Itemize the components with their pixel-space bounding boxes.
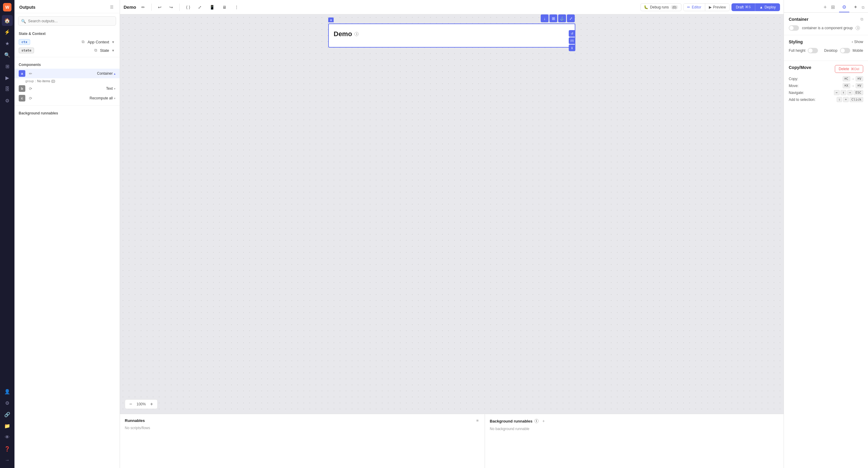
outputs-collapse-button[interactable]: ☰ bbox=[109, 4, 115, 10]
editor-icon: ✏ bbox=[687, 5, 690, 9]
component-a-edit-icon[interactable]: ✏ bbox=[28, 71, 33, 76]
frame-ctrl-info[interactable]: ℹ bbox=[569, 44, 575, 51]
main-area: Demo ✏ ↩ ↪ ⟨ ⟩ ⤢ 📱 🖥 ⋮ 🐛 Debug runs (0) … bbox=[120, 0, 784, 468]
component-c-letter: c bbox=[19, 95, 25, 101]
component-group-toggle[interactable] bbox=[789, 25, 799, 31]
preview-mode-button[interactable]: ▶ Preview bbox=[705, 4, 730, 11]
deploy-button[interactable]: ▲ Deploy bbox=[755, 3, 780, 11]
editor-mode-button[interactable]: ✏ Editor bbox=[684, 4, 705, 11]
ctx-tag: ctx bbox=[19, 39, 30, 45]
mode-group: ✏ Editor ▶ Preview bbox=[683, 3, 730, 11]
sidebar-item-grid[interactable]: ⊞ bbox=[2, 61, 13, 72]
toolbar-sep-1 bbox=[151, 4, 152, 11]
move-arrow: → bbox=[851, 84, 855, 88]
sidebar-item-flow[interactable]: ▶ bbox=[2, 72, 13, 83]
state-tag: state bbox=[19, 47, 34, 53]
sidebar-item-arrow[interactable]: → bbox=[2, 455, 13, 466]
mobile-label: Mobile bbox=[852, 48, 863, 53]
frame-ctrl-anchor[interactable]: ⚓ bbox=[558, 14, 566, 22]
props-tab-style[interactable]: ✦ bbox=[850, 2, 861, 12]
fullscreen-button[interactable]: ⤢ bbox=[195, 3, 204, 11]
sidebar-item-help[interactable]: ❓ bbox=[2, 443, 13, 454]
ctx-copy-icon[interactable]: ⧉ bbox=[81, 39, 86, 45]
chevron-left-icon: ‹ bbox=[852, 40, 853, 44]
zoom-out-button[interactable]: − bbox=[127, 401, 134, 407]
props-tab-config[interactable]: ⚙ bbox=[839, 2, 849, 12]
sidebar-item-apps[interactable]: ⚡ bbox=[2, 27, 13, 37]
app-frame[interactable]: a ↓ ⊞ ⚓ ⤢ ↺ (0) ℹ Demo ℹ bbox=[328, 24, 575, 47]
component-b-row[interactable]: b ⟳ Text ▾ bbox=[14, 84, 120, 93]
edit-name-button[interactable]: ✏ bbox=[138, 3, 148, 11]
undo-button[interactable]: ↩ bbox=[155, 3, 164, 11]
component-c-action-icon[interactable]: ⟳ bbox=[28, 96, 33, 101]
mobile-view-button[interactable]: 📱 bbox=[207, 3, 217, 11]
nav-right-key: → bbox=[847, 90, 853, 95]
ctx-chevron-button[interactable]: ▾ bbox=[111, 39, 116, 45]
runnables-icon-button[interactable]: ≡ bbox=[475, 418, 480, 424]
frame-ctrl-refresh[interactable]: ↺ bbox=[569, 30, 575, 37]
add-shift-key: ⇧ bbox=[837, 97, 842, 102]
sidebar-item-folder[interactable]: 📁 bbox=[2, 421, 13, 431]
sidebar-item-integration[interactable]: 🔗 bbox=[2, 409, 13, 420]
state-chevron-button[interactable]: ▾ bbox=[111, 47, 116, 53]
sidebar-item-database[interactable]: 🗄 bbox=[2, 84, 13, 95]
move-label: Move: bbox=[789, 84, 799, 88]
desktop-toggle[interactable] bbox=[840, 48, 850, 53]
full-height-toggle[interactable] bbox=[808, 48, 818, 53]
frame-ctrl-expand[interactable]: ⤢ bbox=[567, 14, 575, 22]
frame-ctrl-down[interactable]: ↓ bbox=[541, 14, 549, 22]
sidebar-item-search[interactable]: 🔍 bbox=[2, 49, 13, 60]
container-copy-button[interactable]: ⧉ bbox=[861, 17, 863, 22]
styling-label: Styling bbox=[789, 39, 803, 44]
state-type-label: State bbox=[100, 48, 109, 53]
nav-up-key: ↑ bbox=[841, 90, 846, 95]
state-copy-icon[interactable]: ⧉ bbox=[93, 47, 98, 53]
view-code-button[interactable]: ⟨ ⟩ bbox=[183, 3, 193, 11]
zoom-in-button[interactable]: + bbox=[148, 401, 155, 407]
toolbar-sep-2 bbox=[179, 4, 180, 11]
bg-runnables-add-button[interactable]: ＋ bbox=[540, 418, 547, 424]
props-add-button[interactable]: + bbox=[824, 4, 827, 10]
redo-button[interactable]: ↪ bbox=[167, 3, 176, 11]
bg-runnables-label: Background runnables bbox=[14, 108, 120, 117]
container-section: Container ⧉ container is a component gro… bbox=[784, 13, 868, 35]
toolbar: Demo ✏ ↩ ↪ ⟨ ⟩ ⤢ 📱 🖥 ⋮ 🐛 Debug runs (0) … bbox=[120, 0, 784, 14]
draft-button[interactable]: Draft ⌘S bbox=[732, 3, 755, 11]
sidebar-item-user[interactable]: 👤 bbox=[2, 386, 13, 397]
add-selection-keys: ⇧ + Click bbox=[837, 97, 863, 102]
component-a-chevron-icon: ▴ bbox=[114, 72, 116, 75]
sidebar-item-home[interactable]: 🏠 bbox=[2, 15, 13, 26]
props-tab-components[interactable]: ⊞ bbox=[828, 2, 838, 12]
app-frame-inner: Demo ℹ bbox=[329, 24, 575, 44]
copy-move-section: Copy/Move Delete ⌘Del Copy: ⌘C → ⌘V Move… bbox=[784, 61, 868, 107]
frame-ctrl-count[interactable]: (0) bbox=[569, 37, 575, 44]
component-c-row[interactable]: c ⟳ Recompute all ▾ bbox=[14, 93, 120, 103]
component-a-row[interactable]: a ✏ Container ▴ bbox=[14, 69, 120, 78]
more-options-button[interactable]: ⋮ bbox=[232, 3, 241, 11]
delete-button[interactable]: Delete ⌘Del bbox=[835, 65, 863, 73]
props-copy-button[interactable]: ⧉ bbox=[862, 5, 864, 10]
copy-shortcut-row: Copy: ⌘C → ⌘V bbox=[789, 75, 863, 82]
sidebar-item-settings[interactable]: ⚙ bbox=[2, 398, 13, 408]
desktop-view-button[interactable]: 🖥 bbox=[220, 3, 229, 11]
component-group-toggle-row: container is a component group ℹ bbox=[789, 25, 863, 31]
component-group-label: container is a component group bbox=[802, 26, 852, 30]
publish-group: Draft ⌘S ▲ Deploy bbox=[732, 3, 780, 11]
sidebar-item-settings2[interactable]: ⚙ bbox=[2, 95, 13, 106]
add-click-key: Click bbox=[849, 97, 863, 102]
nav-esc-key: ESC bbox=[854, 90, 863, 95]
component-b-action-icon[interactable]: ⟳ bbox=[28, 86, 33, 92]
deploy-icon: ▲ bbox=[760, 5, 763, 9]
sidebar-item-star[interactable]: ★ bbox=[2, 38, 13, 49]
sidebar-item-eye[interactable]: 👁 bbox=[2, 432, 13, 443]
props-tabs: + ⊞ ⚙ ✦ ⧉ bbox=[784, 0, 868, 13]
toolbar-right: 🐛 Debug runs (0) ✏ Editor ▶ Preview Draf… bbox=[641, 3, 780, 11]
runnables-title-label: Runnables bbox=[125, 418, 145, 423]
show-button[interactable]: ‹ Show bbox=[852, 40, 863, 44]
frame-ctrl-center[interactable]: ⊞ bbox=[550, 14, 557, 22]
group-key-label: group bbox=[25, 79, 34, 83]
debug-button[interactable]: 🐛 Debug runs (0) bbox=[641, 3, 682, 11]
component-b-type: Text ▾ bbox=[36, 87, 116, 91]
search-input[interactable] bbox=[18, 16, 116, 26]
canvas-area[interactable]: a ↓ ⊞ ⚓ ⤢ ↺ (0) ℹ Demo ℹ bbox=[120, 14, 784, 414]
